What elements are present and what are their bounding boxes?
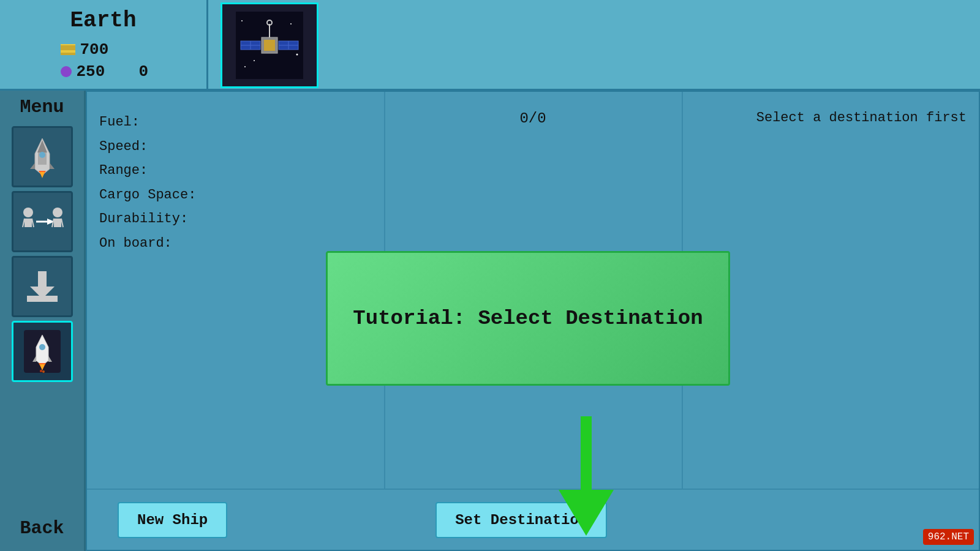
rocket-icon <box>24 135 61 178</box>
sidebar: Menu <box>0 91 86 551</box>
svg-line-27 <box>23 219 24 227</box>
bottom-row: New Ship Set Destination <box>87 489 979 550</box>
purple-value: 250 <box>77 62 105 81</box>
svg-point-2 <box>241 20 243 21</box>
gold-bars-icon <box>61 44 75 55</box>
svg-rect-32 <box>54 219 61 227</box>
arrow-shaft <box>581 416 592 490</box>
svg-point-46 <box>42 370 45 373</box>
planet-title: Earth <box>70 8 136 33</box>
fuel-label: Fuel: <box>99 110 372 135</box>
sidebar-btn-rocket[interactable] <box>12 126 73 187</box>
svg-rect-36 <box>38 271 47 288</box>
top-bar: Earth 700 250 0 <box>0 0 980 91</box>
sidebar-btn-launch[interactable] <box>12 321 73 382</box>
new-ship-button[interactable]: New Ship <box>118 502 227 538</box>
svg-point-5 <box>296 54 298 56</box>
watermark: 962.NET <box>923 529 974 545</box>
range-label: Range: <box>99 159 372 183</box>
svg-line-33 <box>52 219 54 227</box>
back-button[interactable]: Back <box>13 512 70 545</box>
cargo-label: Cargo Space: <box>99 183 372 208</box>
planet-info-panel: Earth 700 250 0 <box>0 0 208 89</box>
svg-rect-26 <box>24 219 32 227</box>
svg-marker-22 <box>50 163 55 169</box>
launch-icon <box>24 330 61 373</box>
svg-point-45 <box>40 370 42 372</box>
sidebar-btn-download[interactable] <box>12 256 73 317</box>
svg-point-40 <box>39 344 45 350</box>
content-area: Fuel: Speed: Range: Cargo Space: Durabil… <box>86 91 980 551</box>
svg-marker-24 <box>40 172 45 178</box>
svg-point-25 <box>23 208 33 217</box>
tutorial-popup: Tutorial: Select Destination <box>326 251 730 386</box>
svg-point-20 <box>39 152 45 158</box>
svg-point-3 <box>290 23 292 24</box>
transfer-icon <box>21 205 64 239</box>
satellite-icon <box>221 2 318 88</box>
svg-point-4 <box>254 60 255 61</box>
gold-resource-row: 700 <box>61 40 146 59</box>
arrow-indicator <box>559 416 614 536</box>
purple-resource-row: 250 0 <box>61 62 146 81</box>
fuel-value: 0/0 <box>519 110 546 127</box>
main-layout: Menu <box>0 91 980 551</box>
svg-line-34 <box>61 219 63 227</box>
svg-rect-8 <box>264 40 275 51</box>
menu-label: Menu <box>20 97 64 118</box>
svg-marker-21 <box>30 163 35 169</box>
durability-label: Durability: <box>99 207 372 231</box>
svg-point-6 <box>244 66 246 67</box>
svg-point-31 <box>53 208 62 217</box>
arrow-head <box>559 490 614 536</box>
speed-label: Speed: <box>99 135 372 159</box>
tutorial-text: Tutorial: Select Destination <box>353 307 703 330</box>
svg-line-28 <box>32 219 34 227</box>
gold-value: 700 <box>80 40 109 59</box>
destination-text: Select a destination first <box>756 110 967 126</box>
purple-gem-icon <box>61 66 72 77</box>
sidebar-btn-transfer[interactable] <box>12 191 73 252</box>
download-icon <box>24 268 61 305</box>
heart-value: 0 <box>139 62 149 81</box>
